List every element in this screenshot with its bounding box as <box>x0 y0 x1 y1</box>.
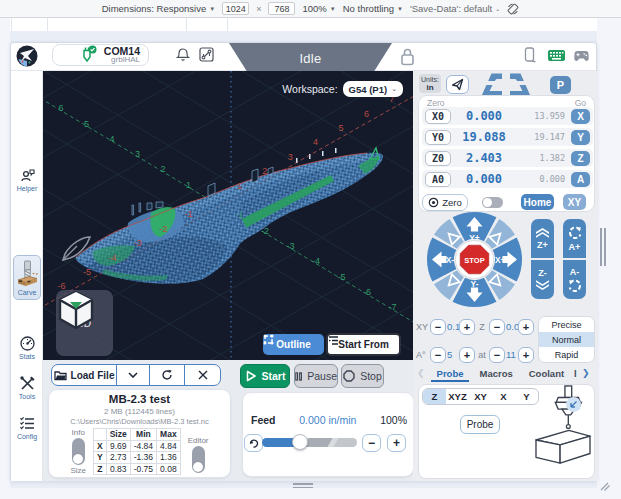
jog-a-plus-button[interactable]: A+ <box>563 219 586 258</box>
goto-xy-button[interactable]: XY <box>563 194 586 210</box>
devtools-savedata-select[interactable]: 'Save-Data': default ⌄ <box>410 3 500 14</box>
sidebar-item-carve[interactable]: Carve <box>13 255 41 300</box>
jog-stop-button[interactable]: STOP <box>460 245 489 274</box>
a-step-value[interactable]: 5 <box>446 349 459 360</box>
a-step-decrease[interactable]: − <box>430 347 446 363</box>
file-menu-chevron-button[interactable] <box>116 365 149 385</box>
dro-value-x[interactable]: 0.000 <box>451 109 517 123</box>
probe-mode-xy[interactable]: XY <box>469 389 492 404</box>
tab-probe[interactable]: Probe <box>429 365 472 381</box>
start-button[interactable]: Start <box>240 364 290 388</box>
zero-x-button[interactable]: X0 <box>425 109 451 124</box>
dro-value-a[interactable]: 0.000 <box>451 172 517 186</box>
stop-button[interactable]: Stop <box>341 364 384 388</box>
file-table-cell: -0.75 <box>130 463 156 475</box>
probe-mode-x[interactable]: X <box>492 389 515 404</box>
pause-button[interactable]: Pause <box>294 364 338 388</box>
dro-toggle[interactable] <box>482 197 503 208</box>
speed-decrease[interactable]: − <box>489 347 505 363</box>
xy-step-decrease[interactable]: − <box>430 319 446 335</box>
info-size-toggle[interactable] <box>72 438 85 465</box>
feed-decrease-button[interactable]: − <box>362 434 381 452</box>
connection-pill[interactable]: COM14 grblHAL <box>52 44 149 66</box>
dro-machine-value-z: 1.382 <box>517 153 571 163</box>
axis-tick-label: -5 <box>337 272 345 282</box>
keyboard-shortcuts-icon[interactable] <box>548 50 565 61</box>
rotate-viewport-icon[interactable] <box>507 3 519 15</box>
axis-tick-label: -6 <box>363 287 371 297</box>
tabs-scroll-right-icon[interactable]: ❯ <box>578 368 594 378</box>
file-table-cell: 2.73 <box>106 452 130 464</box>
probe-mode-selector: ZXYZXYXY <box>422 388 539 405</box>
tabs-scroll-left-icon[interactable]: ❮ <box>413 368 429 378</box>
tab-macros[interactable]: Macros <box>471 365 520 381</box>
viewport-width-input[interactable] <box>222 2 249 15</box>
feed-reset-button[interactable] <box>244 434 263 452</box>
zero-z-button[interactable]: Z0 <box>425 151 451 166</box>
sidebar-item-helper[interactable]: Helper <box>13 167 41 192</box>
devtools-dimensions-select[interactable]: Dimensions: Responsive ▼ <box>102 3 216 14</box>
go-z-button[interactable]: Z <box>571 151 590 166</box>
visualizer-canvas[interactable]: 654321-1-2-3-4-5-6-7-6-5-4-3-2-11234567 … <box>43 71 413 360</box>
editor-toggle[interactable] <box>192 446 205 473</box>
z-step-increase[interactable]: + <box>518 319 534 335</box>
xy-step-value[interactable]: 0.1 <box>446 321 459 332</box>
feed-slider-knob[interactable] <box>292 434 308 450</box>
viewport-resize-handle-bottom[interactable] <box>293 483 313 488</box>
go-x-button[interactable]: X <box>571 109 590 124</box>
tab-partial[interactable]: l <box>572 365 578 381</box>
speed-value[interactable]: 11 <box>505 349 518 360</box>
jog-speed-precise[interactable]: Precise <box>539 317 594 332</box>
feed-slider-track[interactable] <box>262 438 357 447</box>
zero-y-button[interactable]: Y0 <box>425 130 451 145</box>
viewport-height-input[interactable] <box>268 2 295 15</box>
outline-button[interactable]: Outline <box>263 334 324 355</box>
sidebar-item-config[interactable]: Config <box>13 415 41 440</box>
workspace-select[interactable]: G54 (P1) ⌄ <box>343 81 403 97</box>
view-orientation-cube[interactable]: 3D <box>56 290 113 356</box>
jog-a-minus-button[interactable]: A- <box>563 260 586 299</box>
close-file-button[interactable] <box>184 365 220 385</box>
home-button[interactable]: Home <box>521 194 554 210</box>
sidebar-item-stats[interactable]: Stats <box>13 335 41 360</box>
go-a-button[interactable]: A <box>571 172 590 187</box>
probe-mode-z[interactable]: Z <box>423 389 446 404</box>
feed-increase-button[interactable]: + <box>387 434 406 452</box>
viewport-resize-handle-corner[interactable] <box>600 482 610 491</box>
goto-location-button[interactable] <box>446 75 469 94</box>
speed-increase[interactable]: + <box>518 347 534 363</box>
notifications-bell-icon[interactable] <box>176 47 190 62</box>
devtools-throttling-select[interactable]: No throttling ▼ <box>343 3 403 14</box>
zero-all-button[interactable]: Zero <box>422 194 468 211</box>
jog-speed-normal[interactable]: Normal <box>539 332 594 347</box>
viewport-resize-handle-right[interactable] <box>600 228 607 266</box>
probe-collapse-arrow-button[interactable] <box>566 397 581 412</box>
jog-wheel[interactable]: Y+Y-X-X+ STOP <box>426 211 523 308</box>
probe-mode-xyz[interactable]: XYZ <box>446 389 469 404</box>
lock-icon[interactable] <box>400 47 415 66</box>
tab-coolant[interactable]: Coolant <box>521 365 572 381</box>
devtools-zoom-select[interactable]: 100% ▼ <box>302 3 335 14</box>
jog-z-plus-button[interactable]: Z+ <box>531 219 554 258</box>
go-y-button[interactable]: Y <box>571 130 590 145</box>
firmware-board-icon[interactable] <box>199 47 214 62</box>
xy-step-increase[interactable]: + <box>459 319 475 335</box>
reload-file-button[interactable] <box>149 365 184 385</box>
sidebar-item-label: Carve <box>14 289 40 296</box>
jog-speed-rapid[interactable]: Rapid <box>539 347 594 362</box>
units-value: in <box>426 84 433 92</box>
dro-value-y[interactable]: 19.088 <box>451 130 517 144</box>
sidebar-item-tools[interactable]: Tools <box>13 375 41 400</box>
load-file-button[interactable]: Load File <box>52 365 116 385</box>
park-button[interactable]: P <box>550 76 571 94</box>
z-step-decrease[interactable]: − <box>489 319 505 335</box>
remote-phone-icon[interactable] <box>524 47 537 63</box>
probe-button[interactable]: Probe <box>460 415 500 434</box>
a-step-increase[interactable]: + <box>459 347 475 363</box>
start-from-button[interactable]: Start From <box>326 333 401 356</box>
gamepad-icon[interactable] <box>574 50 589 62</box>
z-step-value[interactable]: 0.04 <box>505 321 518 332</box>
jog-z-minus-button[interactable]: Z- <box>531 260 554 299</box>
zero-a-button[interactable]: A0 <box>425 172 451 187</box>
dro-value-z[interactable]: 2.403 <box>451 151 517 165</box>
